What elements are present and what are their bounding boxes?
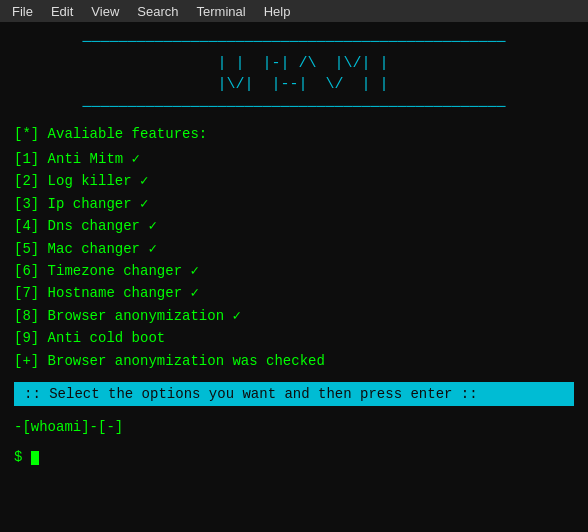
feature-2: [2] Log killer ✓ — [14, 170, 574, 192]
menu-help[interactable]: Help — [256, 2, 299, 21]
divider-bottom: ────────────────────────────────────────… — [14, 99, 574, 116]
ascii-art-line1: | | |-| /\ |\/| | |\/| |--| \/ | | — [14, 53, 574, 95]
feature-7: [7] Hostname changer ✓ — [14, 282, 574, 304]
status-bar: :: Select the options you want and then … — [14, 382, 574, 406]
menu-view[interactable]: View — [83, 2, 127, 21]
cursor — [31, 451, 39, 465]
feature-6: [6] Timezone changer ✓ — [14, 260, 574, 282]
feature-1: [1] Anti Mitm ✓ — [14, 148, 574, 170]
menubar: File Edit View Search Terminal Help — [0, 0, 588, 22]
feature-3: [3] Ip changer ✓ — [14, 193, 574, 215]
menu-file[interactable]: File — [4, 2, 41, 21]
terminal-window[interactable]: ────────────────────────────────────────… — [0, 22, 588, 532]
feature-plus: [+] Browser anonymization was checked — [14, 350, 574, 372]
divider-top: ────────────────────────────────────────… — [14, 34, 574, 51]
feature-5: [5] Mac changer ✓ — [14, 238, 574, 260]
features-header: [*] Avaliable features: — [14, 126, 574, 142]
prompt-symbol-line: $ — [14, 446, 574, 468]
feature-4: [4] Dns changer ✓ — [14, 215, 574, 237]
menu-terminal[interactable]: Terminal — [189, 2, 254, 21]
prompt-user: -[whoami]-[-] — [14, 416, 574, 438]
feature-9: [9] Anti cold boot — [14, 327, 574, 349]
menu-search[interactable]: Search — [129, 2, 186, 21]
prompt-symbol: $ — [14, 449, 31, 465]
menu-edit[interactable]: Edit — [43, 2, 81, 21]
feature-8: [8] Browser anonymization ✓ — [14, 305, 574, 327]
